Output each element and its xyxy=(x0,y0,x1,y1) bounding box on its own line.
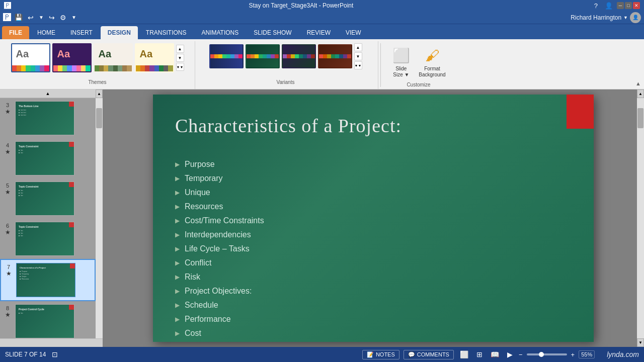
slide-size-button[interactable]: ⬜ SlideSize ▼ xyxy=(388,45,414,80)
zoom-slider[interactable] xyxy=(527,353,567,355)
redo-icon[interactable]: ↪ xyxy=(47,13,56,23)
customize-label: Customize xyxy=(407,82,430,89)
variants-label: Variants xyxy=(277,79,295,87)
bullet-text: Life Cycle – Tasks xyxy=(185,244,250,253)
themes-scroll-down[interactable]: ▼ xyxy=(176,54,184,62)
slide-panel-wrapper: ▲ 3 ★ The Bottom Line text text text tex… xyxy=(0,89,103,347)
variant-4-thumb[interactable] xyxy=(318,44,352,68)
theme-d-thumb[interactable]: Aa xyxy=(135,43,174,72)
window-title: Stay on Target_Stage3Alt - PowerPoint xyxy=(11,2,591,9)
slide-panel-scrollbar[interactable]: ▲ ▼ xyxy=(96,89,103,347)
bullet-arrow-icon: ▶ xyxy=(175,259,180,266)
bullet-objectives: ▶ Project Objectives: xyxy=(175,287,572,296)
slide-show-button[interactable]: ▶ xyxy=(505,349,515,359)
bullet-arrow-icon: ▶ xyxy=(175,274,180,281)
theme-c-thumb[interactable]: Aa xyxy=(94,43,133,72)
tab-home[interactable]: HOME xyxy=(30,26,62,39)
save-icon[interactable]: 💾 xyxy=(13,13,24,22)
variant-3-thumb[interactable] xyxy=(282,44,316,68)
quick-access-more[interactable]: ▼ xyxy=(70,14,78,21)
bullet-unique: ▶ Unique xyxy=(175,188,572,197)
slide-title[interactable]: Characteristics of a Project: xyxy=(175,115,553,137)
zoom-out-icon[interactable]: − xyxy=(519,351,523,358)
bullet-schedule: ▶ Schedule xyxy=(175,301,572,310)
main-scrollbar-thumb[interactable] xyxy=(637,108,643,128)
quick-access-toolbar: 🅿 💾 ↩ ▼ ↪ ⚙ ▼ Richard Harrington ▼ 👤 xyxy=(0,11,644,24)
bullet-conflict: ▶ Conflict xyxy=(175,258,572,267)
user-avatar: 👤 xyxy=(630,12,641,23)
themes-scroll-up[interactable]: ▲ xyxy=(176,45,184,53)
bullet-lifecycle: ▶ Life Cycle – Tasks xyxy=(175,244,572,253)
zoom-handle[interactable] xyxy=(539,352,544,357)
format-background-button[interactable]: 🖌 FormatBackground xyxy=(416,45,448,80)
close-button[interactable]: ✕ xyxy=(633,2,640,9)
undo-arrow-icon[interactable]: ▼ xyxy=(37,14,45,21)
tab-animations[interactable]: ANIMATIONS xyxy=(194,26,246,39)
variant-2-thumb[interactable] xyxy=(246,44,280,68)
help-icon[interactable]: ? xyxy=(591,2,601,10)
main-scrollbar[interactable]: ▲ ▼ xyxy=(637,89,644,347)
variants-row: ▲ ▼ ▼▼ xyxy=(209,43,362,69)
star-icon-6: ★ xyxy=(5,229,11,236)
main-scrollbar-up[interactable]: ▲ xyxy=(637,89,644,98)
workspace: ▲ 3 ★ The Bottom Line text text text tex… xyxy=(0,89,644,347)
bullet-text: Purpose xyxy=(185,160,215,169)
bullet-risk: ▶ Risk xyxy=(175,273,572,282)
theme-a-thumb[interactable]: Aa xyxy=(11,43,50,72)
account-icon[interactable]: 👤 xyxy=(602,2,616,10)
window-controls: ? 👤 ─ □ ✕ xyxy=(591,2,640,10)
comments-button[interactable]: 💬 COMMENTS xyxy=(404,350,454,359)
undo-icon[interactable]: ↩ xyxy=(26,13,35,23)
main-scrollbar-down[interactable]: ▼ xyxy=(637,338,644,347)
slide-corner-accent xyxy=(567,95,594,129)
slide-thumb-7[interactable]: 7 ★ Characteristics of a Project Purpose… xyxy=(0,259,96,301)
reading-view-button[interactable]: 📖 xyxy=(489,349,501,359)
slide-sorter-button[interactable]: ⊞ xyxy=(474,349,485,359)
tab-review[interactable]: REVIEW xyxy=(300,26,338,39)
variant-1-thumb[interactable] xyxy=(209,44,244,68)
slide-scrollbar-up[interactable]: ▲ xyxy=(96,89,103,98)
bullet-text: Schedule xyxy=(185,301,218,310)
zoom-level[interactable]: 55% xyxy=(579,350,595,358)
tab-slideshow[interactable]: SLIDE SHOW xyxy=(247,26,298,39)
variants-scroll-arrows: ▲ ▼ ▼▼ xyxy=(354,43,362,69)
slide-scrollbar-thumb[interactable] xyxy=(96,108,102,128)
themes-scroll-arrows: ▲ ▼ ▼▼ xyxy=(176,45,184,71)
tab-design[interactable]: DESIGN xyxy=(101,26,138,39)
collapse-ribbon-button[interactable]: ▲ xyxy=(635,80,641,86)
title-bar: 🅿 Stay on Target_Stage3Alt - PowerPoint … xyxy=(0,0,644,11)
theme-b-thumb[interactable]: Aa xyxy=(52,43,92,72)
variants-scroll-up[interactable]: ▲ xyxy=(354,43,362,51)
more-icon[interactable]: ⚙ xyxy=(58,13,68,23)
current-slide[interactable]: Characteristics of a Project: ▶ Purpose … xyxy=(153,95,594,342)
slide-panel-scroll-up[interactable]: ▲ xyxy=(0,89,96,98)
slide-thumb-8[interactable]: 8 ★ Project Control Cycle line xyxy=(0,301,96,341)
normal-view-button[interactable]: ⬜ xyxy=(458,349,470,359)
slide-panel-scroll-down[interactable]: ▼ xyxy=(0,338,96,347)
zoom-in-icon[interactable]: + xyxy=(571,351,575,358)
restore-button[interactable]: □ xyxy=(625,2,632,9)
tab-insert[interactable]: INSERT xyxy=(63,26,100,39)
bullet-arrow-icon: ▶ xyxy=(175,175,180,182)
slide-bullets: ▶ Purpose ▶ Temporary ▶ Unique ▶ Resourc… xyxy=(175,160,572,343)
themes-label: Themes xyxy=(88,79,106,87)
tab-file[interactable]: FILE xyxy=(2,26,29,39)
user-name[interactable]: Richard Harrington ▼ 👤 xyxy=(571,12,641,23)
slide-thumb-5[interactable]: 5 ★ Topic Constraint line line line xyxy=(0,178,96,219)
themes-more[interactable]: ▼▼ xyxy=(176,63,184,71)
bullet-arrow-icon: ▶ xyxy=(175,217,180,224)
star-icon-4: ★ xyxy=(5,148,11,155)
variants-scroll-down[interactable]: ▼ xyxy=(354,52,362,60)
bullet-arrow-icon: ▶ xyxy=(175,316,180,323)
bullet-text: Risk xyxy=(185,273,200,282)
tab-transitions[interactable]: TRANSITIONS xyxy=(139,26,194,39)
fit-slide-button[interactable]: ⊡ xyxy=(52,350,58,358)
slide-thumb-6[interactable]: 6 ★ Topic Constraint line line line xyxy=(0,219,96,259)
star-icon-5: ★ xyxy=(5,189,11,196)
slide-thumb-4[interactable]: 4 ★ Topic Constraint line line xyxy=(0,138,96,178)
notes-button[interactable]: 📝 NOTES xyxy=(362,350,399,359)
minimize-button[interactable]: ─ xyxy=(617,2,624,9)
tab-view[interactable]: VIEW xyxy=(339,26,368,39)
variants-more[interactable]: ▼▼ xyxy=(354,61,362,69)
slide-thumb-3[interactable]: 3 ★ The Bottom Line text text text text … xyxy=(0,98,96,138)
